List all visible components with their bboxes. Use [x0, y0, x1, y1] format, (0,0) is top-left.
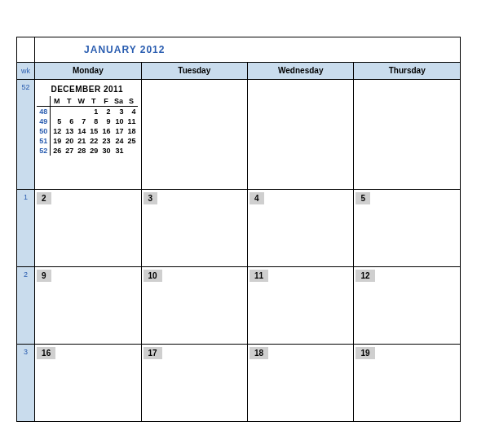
mini-day: 29	[87, 146, 99, 156]
mini-calendar: DECEMBER 2011 M T W T F Sa S 48	[37, 83, 137, 156]
mini-day: 6	[63, 116, 75, 126]
day-cell: 11	[248, 267, 354, 345]
mini-dow: T	[87, 96, 99, 107]
col-header-monday: Monday	[35, 63, 141, 80]
title-cell: JANUARY 2012	[35, 37, 461, 63]
mini-day: 13	[63, 126, 75, 136]
day-number: 17	[144, 347, 162, 359]
day-number: 11	[250, 270, 268, 282]
week-number: 3	[17, 345, 35, 422]
mini-day: 17	[112, 126, 125, 136]
day-number: 12	[356, 270, 374, 282]
mini-day: 20	[63, 136, 75, 146]
mini-dow: Sa	[112, 96, 125, 107]
mini-day: 14	[75, 126, 87, 136]
mini-day: 10	[112, 116, 125, 126]
mini-day	[63, 107, 75, 117]
mini-wk-header	[37, 96, 51, 107]
day-number: 5	[356, 192, 370, 204]
day-number: 19	[356, 347, 374, 359]
mini-day: 4	[125, 107, 137, 117]
mini-dow: M	[51, 96, 64, 107]
mini-wk: 52	[37, 146, 51, 156]
mini-day: 16	[99, 126, 112, 136]
mini-day: 9	[99, 116, 112, 126]
mini-dow: S	[125, 96, 137, 107]
mini-day: 19	[51, 136, 64, 146]
mini-day: 7	[75, 116, 87, 126]
day-cell: 4	[248, 190, 354, 267]
mini-day: 23	[99, 136, 112, 146]
mini-day: 21	[75, 136, 87, 146]
week-header: wk	[17, 63, 35, 80]
mini-day: 3	[112, 107, 125, 117]
day-number: 2	[37, 192, 51, 204]
day-cell: 12	[354, 267, 461, 345]
day-cell: 18	[248, 345, 354, 422]
mini-day: 22	[87, 136, 99, 146]
day-number: 9	[37, 270, 51, 282]
day-cell: 2	[35, 190, 141, 267]
mini-dow: T	[63, 96, 75, 107]
day-number: 10	[144, 270, 162, 282]
mini-day: 5	[51, 116, 64, 126]
day-cell: 5	[354, 190, 461, 267]
day-number: 16	[37, 347, 55, 359]
mini-day: 26	[51, 146, 64, 156]
day-cell: DECEMBER 2011 M T W T F Sa S 48	[35, 80, 141, 190]
mini-day: 11	[125, 116, 137, 126]
calendar-title: JANUARY 2012	[35, 37, 460, 62]
mini-day	[75, 107, 87, 117]
mini-day: 18	[125, 126, 137, 136]
calendar-grid: JANUARY 2012 wk Monday Tuesday Wednesday…	[16, 37, 461, 422]
mini-dow: F	[99, 96, 112, 107]
mini-calendar-title: DECEMBER 2011	[37, 83, 137, 96]
week-number: 52	[17, 80, 35, 190]
day-cell: 10	[141, 267, 247, 345]
day-number: 3	[144, 192, 158, 204]
mini-day: 28	[75, 146, 87, 156]
col-header-tuesday: Tuesday	[141, 63, 247, 80]
col-header-thursday: Thursday	[354, 63, 461, 80]
mini-day: 27	[63, 146, 75, 156]
mini-day: 12	[51, 126, 64, 136]
day-cell: 16	[35, 345, 141, 422]
mini-day: 15	[87, 126, 99, 136]
week-number: 1	[17, 190, 35, 267]
day-cell: 9	[35, 267, 141, 345]
mini-day: 25	[125, 136, 137, 146]
mini-calendar-grid: M T W T F Sa S 48 1 2	[37, 96, 137, 156]
week-number: 2	[17, 267, 35, 345]
mini-day: 8	[87, 116, 99, 126]
day-cell	[354, 80, 461, 190]
mini-day: 31	[112, 146, 125, 156]
mini-wk: 50	[37, 126, 51, 136]
day-cell: 17	[141, 345, 247, 422]
title-spacer	[17, 37, 35, 63]
day-cell	[248, 80, 354, 190]
col-header-wednesday: Wednesday	[248, 63, 354, 80]
day-cell	[141, 80, 247, 190]
mini-day	[125, 146, 137, 156]
day-number: 4	[250, 192, 264, 204]
mini-day: 1	[87, 107, 99, 117]
mini-day: 2	[99, 107, 112, 117]
day-cell: 19	[354, 345, 461, 422]
mini-wk: 51	[37, 136, 51, 146]
mini-day: 30	[99, 146, 112, 156]
mini-day	[51, 107, 64, 117]
mini-day: 24	[112, 136, 125, 146]
calendar-page: JANUARY 2012 wk Monday Tuesday Wednesday…	[16, 37, 461, 422]
mini-wk: 49	[37, 116, 51, 126]
mini-wk: 48	[37, 107, 51, 117]
mini-dow: W	[75, 96, 87, 107]
day-cell: 3	[141, 190, 247, 267]
day-number: 18	[250, 347, 268, 359]
